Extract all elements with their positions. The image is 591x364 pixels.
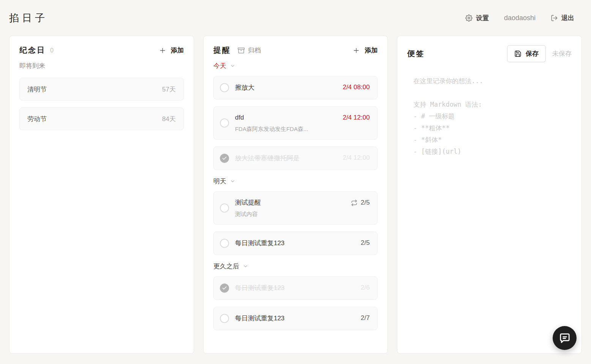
chat-bubble-icon [559,332,570,344]
settings-label: 设置 [476,14,489,22]
archive-icon [238,47,245,54]
reminder-date: 2/5 [361,239,370,247]
save-status: 未保存 [552,49,572,58]
chevron-down-icon [230,63,235,69]
reminder-date: 2/5 [351,199,370,206]
reminder-item[interactable]: dfdFDA森阿东发动发生FDA森...2/4 12:00 [213,106,378,140]
reminder-body: 放大法带塞缝撒托阿是 [235,154,338,162]
reminder-date: 2/4 12:00 [343,114,370,121]
anniversary-days: 57天 [162,85,176,94]
add-reminder-label: 添加 [365,46,378,55]
top-header: 掐日子 设置 daodaoshi 退出 [0,0,591,36]
anniversary-item[interactable]: 劳动节84天 [19,107,184,130]
reminder-body: 测试提醒测试内容 [235,199,346,217]
reminder-subtitle: 测试内容 [235,210,346,217]
anniversaries-title: 纪念日 [19,45,46,55]
gear-icon [465,14,472,22]
add-reminder-button[interactable]: 添加 [352,46,378,55]
reminder-sections: 今天擦放大2/4 08:00dfdFDA森阿东发动发生FDA森...2/4 12… [213,61,378,330]
app-title: 掐日子 [9,11,48,25]
checkbox-checked[interactable] [220,284,229,293]
logout-button[interactable]: 退出 [551,14,574,22]
reminder-title: 每日测试重复123 [235,239,356,247]
add-anniversary-label: 添加 [171,46,184,55]
reminder-section: 明天测试提醒测试内容2/5每日测试重复1232/5 [213,177,378,255]
note-textarea[interactable] [407,72,572,341]
chat-fab-button[interactable] [553,326,577,350]
save-label: 保存 [526,49,539,58]
reminder-body: 擦放大 [235,84,338,92]
anniversaries-panel: 纪念日 0 添加 即将到来 清明节57天劳动节84天 [9,36,194,354]
reminder-section-label: 更久之后 [213,262,239,271]
logout-icon [551,14,558,22]
anniversary-item[interactable]: 清明节57天 [19,78,184,101]
logout-label: 退出 [561,14,574,22]
reminder-date: 2/4 12:00 [343,154,370,162]
reminder-date-text: 2/4 08:00 [343,84,370,91]
checkbox-unchecked[interactable] [220,314,229,323]
reminder-subtitle: FDA森阿东发动发生FDA森... [235,125,338,132]
anniversary-name: 劳动节 [27,115,47,123]
reminder-section-label: 明天 [213,177,226,186]
reminder-body: 每日测试重复123 [235,239,356,247]
panels-container: 纪念日 0 添加 即将到来 清明节57天劳动节84天 提醒 归档 [0,36,591,354]
plus-icon [159,47,166,54]
reminder-item[interactable]: 每日测试重复1232/5 [213,232,378,255]
reminder-date-text: 2/5 [361,239,370,247]
settings-button[interactable]: 设置 [465,14,489,22]
repeat-icon [351,200,357,206]
reminder-date: 2/7 [361,314,370,322]
reminder-body: dfdFDA森阿东发动发生FDA森... [235,113,338,132]
anniversary-days: 84天 [162,115,176,123]
reminder-body: 每日测试重复123 [235,314,356,323]
anniversary-name: 清明节 [27,85,47,94]
checkbox-checked[interactable] [220,154,229,163]
reminder-date: 2/4 08:00 [343,84,370,91]
reminder-section-toggle[interactable]: 今天 [213,61,378,70]
upcoming-label: 即将到来 [19,61,184,70]
reminder-date-text: 2/4 12:00 [343,114,370,121]
reminder-item[interactable]: 放大法带塞缝撒托阿是2/4 12:00 [213,147,378,170]
reminder-title: dfd [235,113,338,122]
reminder-body: 每日测试重复123 [235,284,356,292]
anniversaries-header: 纪念日 0 添加 [19,45,184,55]
reminder-date: 2/6 [361,284,370,292]
archive-button[interactable]: 归档 [238,46,261,55]
checkbox-unchecked[interactable] [220,118,229,128]
reminder-date-text: 2/4 12:00 [343,154,370,162]
save-icon [514,50,521,57]
anniversaries-count: 0 [50,47,54,54]
reminder-item[interactable]: 每日测试重复1232/7 [213,307,378,330]
header-actions: 设置 daodaoshi 退出 [465,14,574,22]
reminder-date-text: 2/5 [361,199,370,206]
reminder-section-toggle[interactable]: 明天 [213,177,378,186]
chevron-down-icon [243,263,248,269]
reminder-title: 测试提醒 [235,199,346,207]
reminder-item[interactable]: 擦放大2/4 08:00 [213,76,378,99]
add-anniversary-button[interactable]: 添加 [159,46,184,55]
reminders-title: 提醒 [213,45,231,55]
anniversaries-list: 清明节57天劳动节84天 [19,78,184,130]
reminders-panel: 提醒 归档 添加 今天擦放大2/4 08:00dfdFDA森阿东发动发生FDA森… [203,36,388,354]
reminder-section: 更久之后每日测试重复1232/6每日测试重复1232/7 [213,262,378,330]
reminder-item[interactable]: 测试提醒测试内容2/5 [213,191,378,225]
save-button[interactable]: 保存 [507,45,546,62]
checkbox-unchecked[interactable] [220,203,229,213]
reminder-section: 今天擦放大2/4 08:00dfdFDA森阿东发动发生FDA森...2/4 12… [213,61,378,170]
reminder-item[interactable]: 每日测试重复1232/6 [213,276,378,300]
reminders-header: 提醒 归档 添加 [213,45,378,55]
notes-title: 便签 [407,49,425,59]
checkbox-unchecked[interactable] [220,83,229,92]
notes-panel: 便签 保存 未保存 [397,36,582,354]
checkbox-unchecked[interactable] [220,239,229,248]
notes-header: 便签 保存 未保存 [407,45,572,62]
reminder-section-toggle[interactable]: 更久之后 [213,262,378,271]
reminder-section-label: 今天 [213,61,226,70]
reminder-date-text: 2/6 [361,284,370,292]
reminder-title: 每日测试重复123 [235,284,356,292]
reminder-title: 擦放大 [235,84,338,92]
chevron-down-icon [230,178,235,184]
archive-label: 归档 [248,46,261,55]
reminder-title: 每日测试重复123 [235,314,356,323]
reminder-date-text: 2/7 [361,314,370,322]
